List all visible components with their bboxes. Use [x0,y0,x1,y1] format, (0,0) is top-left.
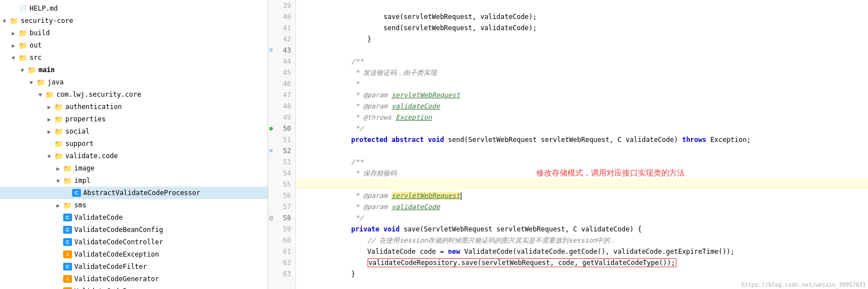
code-line-55: * @param servletWebRequest [296,179,868,190]
folder-icon: 📁 [45,91,55,99]
line-num-45: 45 [268,67,295,78]
folder-icon: 📁 [18,41,28,50]
folder-icon: 📁 [63,177,73,185]
line-num-55: 55 [268,179,295,190]
line-num-47: 47 [268,89,295,101]
expand-arrow: ▶ [9,42,18,49]
no-arrow [54,239,63,245]
tree-item-validate-code-proc[interactable]: I ValidateCodeProcessor [0,285,268,289]
code-line-49: */ [296,112,868,123]
tree-item-authentication[interactable]: ▶ 📁 authentication [0,101,268,113]
no-arrow [45,141,54,147]
tree-label: validate.code [65,152,118,160]
code-line-43: /** [296,45,868,56]
class-icon: C [71,189,82,197]
tree-label: com.lwj.security.core [56,91,141,98]
tree-item-help-md[interactable]: 📄 HELP.md [0,2,268,15]
no-arrow [54,252,63,258]
tree-item-java[interactable]: ▼ 📁 java [0,76,268,88]
tree-label: src [30,54,42,61]
code-line-39: save(servletWebRequest, validateCode); [296,0,868,11]
code-line-51 [296,134,868,145]
tree-item-validate-code-exc[interactable]: I ValidateCodeException [0,248,268,260]
line-num-57: 57 [268,201,295,212]
class-icon: C [63,263,73,271]
tree-item-validate-code-class[interactable]: C ValidateCode [0,211,268,224]
line-num-60: 60 [268,235,295,246]
tree-item-validate-code[interactable]: ▼ 📁 validate.code [0,150,268,162]
line-num-49: 49 [268,112,295,123]
folder-icon: 📁 [54,127,64,136]
tree-item-main[interactable]: ▼ 📁 main [0,64,268,76]
line-num-50: ● 50 [268,123,295,134]
tree-item-src[interactable]: ▼ 📁 src [0,51,268,64]
tree-item-security-core[interactable]: ▼ 📁 security-core [0,15,268,27]
tree-label: social [65,127,89,135]
code-line-47: * @param validateCode [296,89,868,101]
code-line-56: * @param validateCode [296,190,868,201]
tree-label: java [47,78,64,86]
code-line-45: * [296,67,868,78]
file-tree[interactable]: 📄 HELP.md ▼ 📁 security-core ▶ 📁 build ▶ … [0,0,268,289]
tree-item-support[interactable]: 📁 support [0,138,268,150]
tree-item-validate-code-gen[interactable]: I ValidateCodeGenerator [0,273,268,285]
tree-item-sms[interactable]: ▶ 📁 sms [0,199,268,211]
line-num-41: 41 [268,22,295,34]
tree-label: out [30,41,42,49]
line-num-48: 48 [268,101,295,112]
code-line-53: * 保存校验码 [296,157,868,168]
code-line-63 [296,268,868,279]
line-num-63: 63 [268,268,295,279]
file-md-icon: 📄 [18,5,28,12]
tree-label: security-core [21,17,73,25]
no-arrow [54,276,63,282]
code-line-62: } [296,257,868,268]
expand-arrow: ▼ [18,67,27,73]
tree-item-validate-code-ctrl[interactable]: C ValidateCodeController [0,236,268,248]
expand-arrow: ▶ [54,202,63,209]
tree-item-impl[interactable]: ▼ 📁 impl [0,174,268,187]
expand-arrow: ▶ [45,116,54,122]
code-line-50: protected abstract void send(ServletWebR… [296,123,868,134]
interface-icon: I [63,250,73,258]
folder-icon: 📁 [63,201,73,210]
code-content: save(servletWebRequest, validateCode); s… [296,0,868,289]
line-num-51: 51 [268,134,295,145]
tree-item-social[interactable]: ▶ 📁 social [0,125,268,138]
tree-item-image[interactable]: ▶ 📁 image [0,162,268,174]
code-line-42 [296,34,868,45]
line-num-44: 44 [268,56,295,67]
gutter-marker-52: ≡ [269,145,273,157]
tree-item-com-lwj[interactable]: ▼ 📁 com.lwj.security.core [0,88,268,101]
code-line-41: } [296,22,868,34]
code-line-61: validateCodeRepository.save(servletWebRe… [296,246,868,257]
tree-label: ValidateCodeController [74,238,163,246]
expand-arrow: ▶ [45,129,54,135]
no-arrow [54,215,63,221]
tree-label: impl [74,177,90,184]
code-line-48: * @throws Exception [296,101,868,112]
tree-label: sms [74,201,87,209]
no-arrow [9,6,18,12]
tree-item-out[interactable]: ▶ 📁 out [0,39,268,51]
line-num-42: 42 [268,34,295,45]
tree-item-abstract-validate[interactable]: C AbstractValidateCodeProcessor [0,187,268,199]
line-num-43: ≡ 43 [268,45,295,56]
tree-label: main [39,66,55,74]
code-editor-area: 39 40 41 42 ≡ 43 44 45 46 47 48 49 ● 50 … [268,0,868,289]
code-line-46: * @param servletWebRequest [296,78,868,89]
code-line-57: */ [296,201,868,212]
code-line-52: /** 修改存储模式，调用对应接口实现类的方法 [296,145,868,157]
line-num-46: 46 [268,78,295,89]
class-icon: C [63,226,73,234]
expand-arrow: ▶ [54,165,63,172]
tree-item-validate-code-bean[interactable]: C ValidateCodeBeanConfig [0,224,268,236]
tree-label: HELP.md [30,4,58,12]
line-num-53: 53 [268,157,295,168]
tree-item-properties[interactable]: ▶ 📁 properties [0,113,268,125]
folder-icon: 📁 [18,29,28,37]
folder-icon: 📁 [54,152,64,160]
tree-item-build[interactable]: ▶ 📁 build [0,27,268,39]
tree-item-validate-code-filter[interactable]: C ValidateCodeFilter [0,260,268,273]
tree-label: support [65,140,94,148]
